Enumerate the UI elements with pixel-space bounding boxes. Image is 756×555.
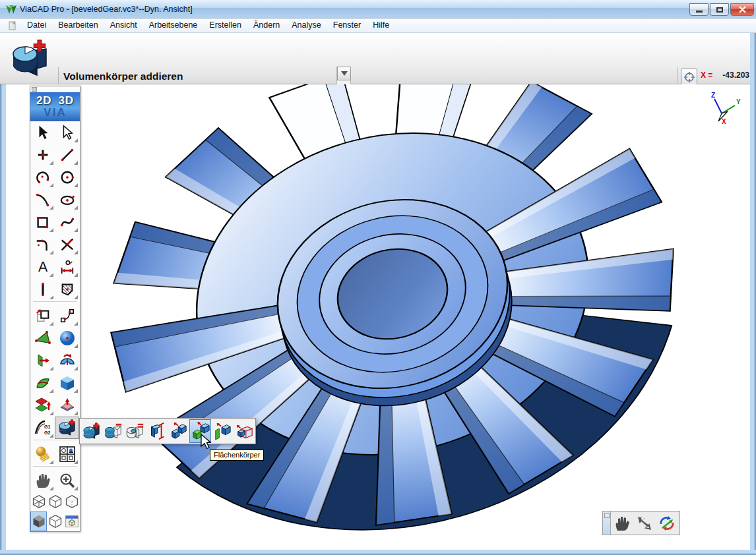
close-button[interactable] (730, 3, 754, 16)
pan-tool-button[interactable] (30, 469, 55, 492)
menu-hilfe[interactable]: Hilfe (367, 18, 395, 33)
shaded-view-button[interactable] (30, 511, 47, 531)
extrude-solid-tool-button[interactable] (55, 394, 79, 417)
flyout-intersect-solids-button[interactable] (124, 419, 146, 443)
app-logo-icon (5, 3, 17, 15)
menu-erstellen[interactable]: Erstellen (203, 18, 247, 33)
zoom-magnifier-icon (59, 472, 76, 489)
revolve-solid-tool-button[interactable] (55, 349, 79, 372)
viewport-layout-icon (59, 446, 76, 463)
wireframe-cube-dashed-icon (65, 494, 79, 509)
render-lighting-tool-button[interactable] (30, 443, 55, 465)
window-title: ViaCAD Pro - [beveledGear.vc3*--Dyn. Ans… (20, 5, 193, 14)
curvature-analysis-tool-button[interactable]: G1 G2 (30, 417, 55, 439)
surface-triangle-tool-button[interactable] (30, 327, 55, 349)
zoom-tool-button[interactable] (55, 469, 79, 492)
sphere-primitive-tool-button[interactable] (55, 327, 79, 349)
loft-tool-button[interactable] (30, 394, 55, 417)
menu-ansicht[interactable]: Ansicht (104, 18, 143, 33)
flyout-subtract-solids-button[interactable] (102, 419, 124, 443)
nav-zoom-button[interactable] (633, 512, 656, 535)
tooltip: Flächenkörper (210, 450, 264, 461)
menu-bearbeiten[interactable]: Bearbeiten (52, 18, 104, 33)
line-icon (59, 147, 75, 163)
transform-copy-tool-button[interactable] (30, 305, 55, 327)
boolean-add-icon (58, 419, 77, 437)
arc-icon (35, 169, 51, 185)
flyout-section-solid-button[interactable] (146, 419, 168, 443)
menu-analyse[interactable]: Analyse (286, 18, 327, 33)
viewport-canvas[interactable] (6, 84, 750, 550)
mode-3d-label[interactable]: 3D (58, 95, 74, 106)
hatch-tool-button[interactable] (55, 278, 79, 301)
curve-tool-button[interactable] (30, 189, 55, 211)
dimension-tool-button[interactable] (55, 256, 79, 278)
window-border-right (750, 33, 756, 555)
select-open-arrow-icon (59, 125, 75, 140)
pan-hand-icon (614, 515, 631, 532)
surface-patch-tool-button[interactable] (30, 372, 55, 394)
extract-surface-icon (213, 422, 232, 440)
fillet-tool-button[interactable] (30, 233, 55, 256)
document-icon (8, 21, 17, 30)
axis-z-label: Z (711, 92, 715, 99)
extrude-surface-tool-button[interactable] (30, 349, 55, 372)
trim-tool-button[interactable] (55, 233, 79, 256)
point-tool-button[interactable] (30, 144, 55, 166)
trim-cross-icon (59, 237, 75, 252)
mode-switch-2d-3d[interactable]: 2D 3D VIA (30, 92, 80, 121)
hidden-line-view-button[interactable] (47, 511, 63, 531)
flyout-hollow-solid-button[interactable] (233, 419, 255, 443)
pan-hand-icon (34, 472, 51, 489)
text-tool-button[interactable]: A (30, 256, 55, 278)
flyout-add-solids-button[interactable] (80, 419, 102, 443)
wireframe-view-button-3[interactable] (63, 492, 80, 511)
cube-primitive-tool-button[interactable] (55, 372, 79, 394)
spline-icon (59, 214, 75, 230)
arc-tool-button[interactable] (30, 166, 55, 189)
segment-tool-button[interactable] (30, 278, 55, 301)
select-tool-button[interactable] (30, 121, 55, 144)
main-toolbar: 2D 3D VIA (30, 86, 80, 532)
line-tool-button[interactable] (55, 144, 79, 166)
select-open-tool-button[interactable] (55, 121, 79, 144)
nav-pan-button[interactable] (611, 512, 633, 535)
text-icon: A (35, 259, 51, 275)
wireframe-view-button-1[interactable] (30, 492, 47, 511)
svg-text:A: A (38, 259, 47, 274)
title-bar: ViaCAD Pro - [beveledGear.vc3*--Dyn. Ans… (0, 0, 756, 18)
snap-target-button[interactable] (681, 69, 697, 86)
segment-icon (35, 281, 51, 297)
menu-aendern[interactable]: Ändern (247, 18, 286, 33)
rectangle-tool-button[interactable] (30, 211, 55, 233)
boolean-add-tool-button[interactable] (55, 417, 79, 439)
subtract-solids-icon (104, 422, 123, 440)
mode-2d-label[interactable]: 2D (36, 95, 52, 106)
prompt-bar: Volumenkörper addieren Markiere zu erwei… (0, 33, 756, 84)
view-window-button[interactable] (63, 511, 80, 531)
spline-tool-button[interactable] (55, 211, 79, 233)
dynamic-zoom-icon (636, 515, 653, 532)
minimize-button[interactable] (689, 3, 709, 16)
beveled-gear-model[interactable] (6, 84, 750, 550)
sphere-icon (59, 330, 76, 347)
close-icon (739, 6, 746, 13)
flyout-split-solid-button[interactable] (168, 419, 189, 443)
wireframe-view-button-2[interactable] (47, 492, 63, 511)
menu-fenster[interactable]: Fenster (327, 18, 367, 33)
nav-orbit-button[interactable] (656, 512, 678, 535)
ellipse-tool-button[interactable] (55, 189, 79, 211)
maximize-button[interactable] (710, 3, 729, 16)
shaded-cube-icon (32, 514, 46, 529)
flyout-extract-surface-button[interactable] (211, 419, 233, 443)
connect-curve-tool-button[interactable] (55, 305, 79, 327)
tool-dropdown-button[interactable] (337, 67, 351, 80)
menu-arbeitsebene[interactable]: Arbeitsebene (143, 18, 204, 33)
nav-toolbar-grip[interactable] (603, 511, 611, 535)
circle-tool-button[interactable] (55, 166, 79, 189)
add-solids-icon (82, 422, 101, 440)
menu-datei[interactable]: Datei (21, 18, 52, 33)
select-arrow-icon (35, 125, 51, 140)
toolbar-grip[interactable] (30, 86, 80, 92)
viewport-layout-tool-button[interactable] (55, 443, 79, 465)
